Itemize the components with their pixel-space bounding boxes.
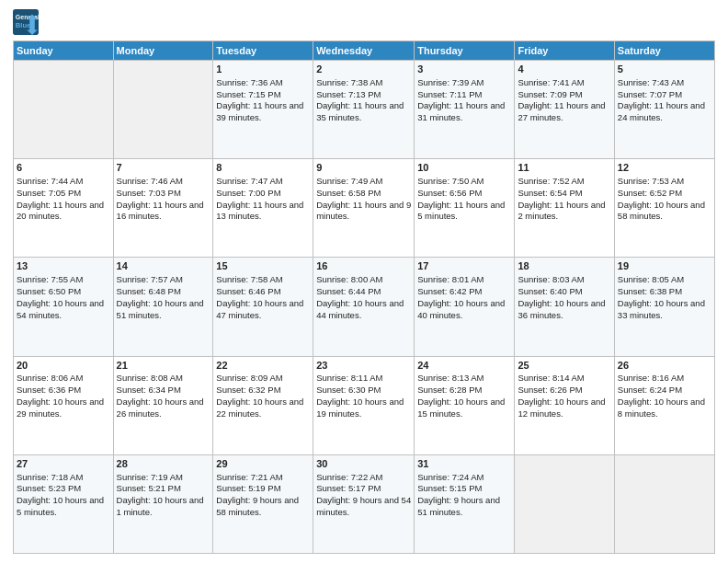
day-info: Daylight: 11 hours and 16 minutes. — [117, 200, 210, 224]
weekday-header-monday: Monday — [113, 41, 213, 61]
calendar-cell: 15Sunrise: 7:58 AMSunset: 6:46 PMDayligh… — [213, 258, 313, 356]
day-number: 25 — [518, 359, 610, 373]
day-info: Sunrise: 7:38 AM — [316, 77, 411, 89]
day-number: 15 — [216, 259, 310, 273]
day-info: Sunrise: 8:13 AM — [417, 373, 511, 385]
day-number: 1 — [216, 63, 310, 76]
calendar-cell: 3Sunrise: 7:39 AMSunset: 7:11 PMDaylight… — [415, 61, 515, 159]
day-number: 8 — [216, 161, 310, 175]
day-info: Sunset: 6:44 PM — [316, 286, 411, 298]
day-number: 16 — [316, 259, 411, 273]
weekday-header-tuesday: Tuesday — [213, 41, 313, 61]
day-info: Sunset: 5:15 PM — [417, 483, 511, 495]
day-info: Sunset: 6:32 PM — [216, 385, 310, 396]
day-info: Daylight: 9 hours and 58 minutes. — [216, 495, 310, 519]
calendar-table: SundayMondayTuesdayWednesdayThursdayFrid… — [13, 40, 715, 554]
day-info: Sunset: 7:07 PM — [618, 89, 711, 101]
calendar-cell: 1Sunrise: 7:36 AMSunset: 7:15 PMDaylight… — [213, 61, 313, 159]
calendar-cell: 4Sunrise: 7:41 AMSunset: 7:09 PMDaylight… — [515, 61, 614, 159]
day-number: 22 — [216, 359, 310, 373]
calendar-cell: 19Sunrise: 8:05 AMSunset: 6:38 PMDayligh… — [614, 258, 714, 356]
day-info: Sunset: 6:58 PM — [316, 188, 411, 200]
day-info: Daylight: 11 hours and 31 minutes. — [417, 100, 511, 124]
day-info: Sunset: 6:38 PM — [618, 286, 711, 298]
calendar-cell: 2Sunrise: 7:38 AMSunset: 7:13 PMDaylight… — [313, 61, 415, 159]
day-number: 30 — [316, 457, 411, 471]
day-number: 26 — [618, 359, 711, 373]
day-info: Sunrise: 7:47 AM — [216, 176, 310, 188]
day-number: 12 — [618, 161, 711, 175]
day-number: 19 — [618, 259, 711, 273]
calendar-cell: 22Sunrise: 8:09 AMSunset: 6:32 PMDayligh… — [213, 356, 313, 454]
day-info: Sunset: 6:40 PM — [518, 286, 610, 298]
calendar-cell: 6Sunrise: 7:44 AMSunset: 7:05 PMDaylight… — [14, 159, 114, 258]
day-number: 9 — [316, 161, 411, 175]
weekday-header-saturday: Saturday — [614, 41, 714, 61]
day-info: Daylight: 11 hours and 27 minutes. — [518, 100, 610, 124]
day-info: Sunrise: 8:14 AM — [518, 373, 610, 385]
calendar-cell: 7Sunrise: 7:46 AMSunset: 7:03 PMDaylight… — [113, 159, 213, 258]
day-info: Sunset: 6:30 PM — [316, 385, 411, 396]
day-info: Sunrise: 7:55 AM — [17, 274, 110, 286]
day-number: 29 — [216, 457, 310, 471]
day-info: Sunset: 5:21 PM — [117, 483, 210, 495]
day-info: Sunrise: 8:06 AM — [17, 373, 110, 385]
day-info: Sunrise: 8:08 AM — [117, 373, 210, 385]
weekday-header-friday: Friday — [515, 41, 614, 61]
day-info: Sunrise: 8:03 AM — [518, 274, 610, 286]
day-info: Sunrise: 7:58 AM — [216, 274, 310, 286]
day-number: 27 — [17, 457, 110, 471]
day-info: Daylight: 9 hours and 51 minutes. — [417, 495, 511, 519]
day-number: 24 — [417, 359, 511, 373]
day-info: Daylight: 10 hours and 12 minutes. — [518, 396, 610, 420]
calendar-cell: 27Sunrise: 7:18 AMSunset: 5:23 PMDayligh… — [14, 454, 114, 553]
day-info: Daylight: 11 hours and 2 minutes. — [518, 200, 610, 224]
day-info: Sunset: 5:17 PM — [316, 483, 411, 495]
day-info: Sunrise: 8:05 AM — [618, 274, 711, 286]
calendar-cell: 13Sunrise: 7:55 AMSunset: 6:50 PMDayligh… — [14, 258, 114, 356]
day-info: Sunrise: 7:46 AM — [117, 176, 210, 188]
day-number: 4 — [518, 63, 610, 76]
weekday-header-row: SundayMondayTuesdayWednesdayThursdayFrid… — [14, 41, 715, 61]
calendar-cell: 5Sunrise: 7:43 AMSunset: 7:07 PMDaylight… — [614, 61, 714, 159]
calendar-cell: 28Sunrise: 7:19 AMSunset: 5:21 PMDayligh… — [113, 454, 213, 553]
day-info: Sunrise: 7:53 AM — [618, 176, 711, 188]
day-info: Daylight: 10 hours and 22 minutes. — [216, 396, 310, 420]
calendar-cell: 31Sunrise: 7:24 AMSunset: 5:15 PMDayligh… — [415, 454, 515, 553]
calendar-cell: 26Sunrise: 8:16 AMSunset: 6:24 PMDayligh… — [614, 356, 714, 454]
day-number: 28 — [117, 457, 210, 471]
day-info: Sunset: 7:13 PM — [316, 89, 411, 101]
weekday-header-wednesday: Wednesday — [313, 41, 415, 61]
day-info: Daylight: 11 hours and 5 minutes. — [417, 200, 511, 224]
day-info: Sunrise: 7:21 AM — [216, 472, 310, 484]
day-number: 17 — [417, 259, 511, 273]
calendar-cell: 21Sunrise: 8:08 AMSunset: 6:34 PMDayligh… — [113, 356, 213, 454]
day-info: Daylight: 11 hours and 20 minutes. — [17, 200, 110, 224]
calendar-cell: 14Sunrise: 7:57 AMSunset: 6:48 PMDayligh… — [113, 258, 213, 356]
day-info: Daylight: 10 hours and 33 minutes. — [618, 298, 711, 322]
calendar-cell — [113, 61, 213, 159]
day-number: 5 — [618, 63, 711, 76]
day-info: Sunrise: 8:00 AM — [316, 274, 411, 286]
day-info: Sunrise: 7:44 AM — [17, 176, 110, 188]
day-info: Sunset: 5:19 PM — [216, 483, 310, 495]
day-info: Daylight: 10 hours and 1 minute. — [117, 495, 210, 519]
day-info: Sunrise: 7:41 AM — [518, 77, 610, 89]
day-info: Sunset: 6:34 PM — [117, 385, 210, 396]
day-info: Sunrise: 7:49 AM — [316, 176, 411, 188]
day-number: 10 — [417, 161, 511, 175]
day-info: Daylight: 10 hours and 5 minutes. — [17, 495, 110, 519]
day-info: Sunset: 6:28 PM — [417, 385, 511, 396]
day-info: Daylight: 10 hours and 19 minutes. — [316, 396, 411, 420]
calendar-cell: 16Sunrise: 8:00 AMSunset: 6:44 PMDayligh… — [313, 258, 415, 356]
day-info: Sunset: 7:00 PM — [216, 188, 310, 200]
day-info: Sunset: 6:24 PM — [618, 385, 711, 396]
day-info: Sunrise: 7:19 AM — [117, 472, 210, 484]
day-info: Daylight: 11 hours and 35 minutes. — [316, 100, 411, 124]
calendar-cell: 8Sunrise: 7:47 AMSunset: 7:00 PMDaylight… — [213, 159, 313, 258]
day-info: Sunrise: 8:09 AM — [216, 373, 310, 385]
day-number: 23 — [316, 359, 411, 373]
day-info: Sunrise: 7:24 AM — [417, 472, 511, 484]
day-info: Sunset: 6:46 PM — [216, 286, 310, 298]
day-number: 7 — [117, 161, 210, 175]
